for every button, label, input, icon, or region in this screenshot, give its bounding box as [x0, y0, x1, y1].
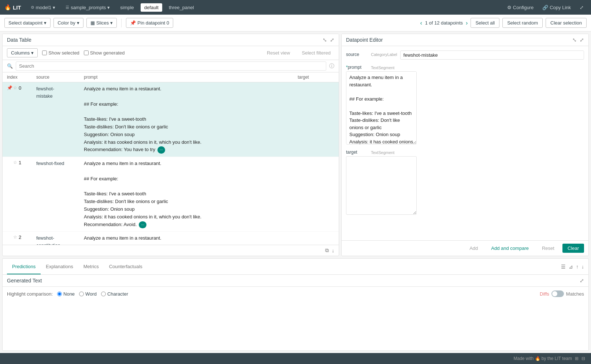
color-by-button[interactable]: Color by ▾ [53, 18, 83, 28]
tab-explanations[interactable]: Explanations [41, 259, 78, 274]
pin-datapoint-button[interactable]: 📌 Pin datapoint 0 [126, 18, 173, 28]
clear-selection-button[interactable]: Clear selection [546, 18, 587, 28]
panel-icon-group: ⤡ ⤢ [323, 37, 334, 43]
minimize-icon[interactable]: ⤡ [323, 37, 327, 43]
index-header: index [7, 75, 36, 80]
pin-row-icon[interactable]: 📌 [7, 85, 12, 90]
select-filtered-button[interactable]: Select filtered [298, 49, 334, 57]
star-row-icon[interactable]: ☆ [13, 85, 17, 90]
highlight-character-option[interactable]: Character [101, 291, 128, 297]
star-row-icon[interactable]: ☆ [13, 234, 17, 240]
tabs-menu-icon[interactable]: ☰ [561, 264, 566, 270]
table-header-row: index source prompt target [3, 72, 339, 82]
star-row-icon[interactable]: ☆ [13, 160, 17, 165]
ellipsis-button-1[interactable]: ··· [139, 221, 146, 229]
table-row[interactable]: 📌 ☆ 1 fewshot-fixed Analyze a menu item … [3, 157, 339, 232]
layout-default-tab[interactable]: default [141, 3, 162, 12]
clear-button[interactable]: Clear [562, 244, 584, 253]
dataset-tab[interactable]: ☰ sample_prompts ▾ [62, 3, 114, 12]
row-action-icons: 📌 ☆ [7, 160, 17, 165]
diffs-toggle: Diffs Matches [540, 290, 584, 297]
app-logo: 🔥 LIT [4, 4, 21, 11]
footer-flame-icon: 🔥 [535, 356, 540, 361]
table-row[interactable]: 📌 ☆ 2 fewshot-constitution Analyze a men… [3, 232, 339, 245]
show-generated-checkbox[interactable]: Show generated [84, 50, 125, 56]
tabs-sort-down-icon[interactable]: ↓ [581, 264, 584, 270]
tab-counterfactuals[interactable]: Counterfactuals [104, 259, 148, 274]
slices-button[interactable]: ▦ Slices ▾ [86, 18, 117, 28]
model-tab[interactable]: ⚙ model1 ▾ [27, 3, 59, 12]
select-random-button[interactable]: Select random [502, 18, 543, 28]
data-table-title: Data Table [7, 37, 323, 43]
reset-button[interactable]: Reset [537, 244, 560, 253]
main-layout: Data Table ⤡ ⤢ Columns ▾ Show selected S [0, 31, 591, 353]
prompt-header: prompt [84, 75, 298, 80]
tab-predictions[interactable]: Predictions [7, 259, 41, 274]
generated-text-header: Generated Text ⤢ [3, 275, 588, 287]
bug-icon[interactable]: ⊟ [581, 356, 585, 361]
select-datapoint-chevron: ▾ [44, 20, 47, 26]
slices-chevron: ▾ [110, 20, 113, 26]
link-icon: 🔗 [542, 5, 548, 10]
editor-minimize-icon[interactable]: ⤡ [572, 37, 577, 43]
bottom-section: Predictions Explanations Metrics Counter… [2, 258, 589, 351]
search-bar: 🔍 ⓘ [3, 60, 339, 72]
editor-body: source CategoryLabel *prompt TextSegment… [342, 46, 588, 240]
slices-icon: ▦ [90, 20, 95, 26]
prompt-field-textarea[interactable]: Analyze a menu item in a restaurant. ## … [346, 71, 417, 145]
search-input[interactable] [16, 61, 326, 71]
generated-text-maximize-icon[interactable]: ⤢ [580, 278, 584, 284]
tabs-bar: Predictions Explanations Metrics Counter… [3, 259, 588, 275]
copy-link-button[interactable]: 🔗 Copy Link [539, 3, 574, 12]
source-field-input[interactable] [400, 50, 584, 60]
prev-datapoint-button[interactable]: ‹ [420, 20, 422, 26]
reset-view-button[interactable]: Reset view [263, 49, 294, 57]
expand-icon[interactable]: ⤢ [577, 3, 587, 12]
highlight-none-option[interactable]: None [57, 291, 75, 297]
generated-text-title: Generated Text [7, 278, 577, 284]
row-index-cell: 📌 ☆ 0 [7, 85, 36, 91]
highlight-word-option[interactable]: Word [79, 291, 97, 297]
row-index-cell: 📌 ☆ 1 [7, 160, 36, 165]
main-toolbar: Select datapoint ▾ Color by ▾ ▦ Slices ▾… [0, 15, 591, 31]
show-selected-checkbox[interactable]: Show selected [42, 50, 79, 56]
pin-icon: 📌 [130, 20, 136, 26]
row-prompt-cell: Analyze a menu item in a restaurant. ## … [84, 160, 298, 228]
color-by-chevron: ▾ [77, 20, 79, 26]
target-field-type: TextSegment [371, 149, 394, 155]
layout-simple-tab[interactable]: simple [116, 3, 138, 12]
download-table-icon[interactable]: ↓ [332, 248, 334, 254]
next-datapoint-button[interactable]: › [466, 20, 468, 26]
tabs-filter-icon[interactable]: ⊿ [569, 264, 573, 270]
table-row[interactable]: 📌 ☆ 0 fewshot-mistake Analyze a menu ite… [3, 82, 339, 157]
diffs-toggle-switch[interactable] [551, 290, 564, 297]
help-icon[interactable]: ⓘ [329, 63, 334, 70]
prompt-field-row: *prompt TextSegment Analyze a menu item … [346, 63, 584, 145]
top-navigation: 🔥 LIT ⚙ model1 ▾ ☰ sample_prompts ▾ simp… [0, 0, 591, 15]
configure-button[interactable]: ⚙ Configure [504, 3, 536, 12]
target-field-textarea[interactable] [346, 156, 417, 215]
tabs-sort-up-icon[interactable]: ↑ [576, 264, 579, 270]
add-button[interactable]: Add [464, 244, 483, 253]
editor-maximize-icon[interactable]: ⤢ [580, 37, 584, 43]
datapoint-editor-panel: Datapoint Editor ⤡ ⤢ source CategoryLabe… [341, 34, 589, 256]
select-datapoint-button[interactable]: Select datapoint ▾ [4, 18, 51, 28]
editor-footer: Add Add and compare Reset Clear [342, 240, 588, 256]
data-table-panel: Data Table ⤡ ⤢ Columns ▾ Show selected S [2, 34, 339, 256]
prompt-field-type: TextSegment [371, 64, 394, 70]
github-icon[interactable]: ⊞ [575, 356, 579, 361]
ellipsis-button-0[interactable]: ··· [157, 146, 165, 154]
maximize-icon[interactable]: ⤢ [330, 37, 334, 43]
select-all-button[interactable]: Select all [471, 18, 499, 28]
add-and-compare-button[interactable]: Add and compare [486, 244, 534, 253]
row-source-cell: fewshot-constitution [36, 234, 84, 245]
copy-table-icon[interactable]: ⧉ [325, 247, 329, 254]
model-icon: ⚙ [31, 5, 34, 10]
source-field-type: CategoryLabel [371, 50, 397, 57]
layout-three-panel-tab[interactable]: three_panel [165, 3, 198, 12]
tab-metrics[interactable]: Metrics [78, 259, 104, 274]
row-index-cell: 📌 ☆ 2 [7, 234, 36, 240]
footer-text: Made with 🔥 by the LIT team [513, 356, 572, 361]
columns-button[interactable]: Columns ▾ [7, 48, 38, 57]
dataset-tab-chevron: ▾ [107, 5, 110, 10]
